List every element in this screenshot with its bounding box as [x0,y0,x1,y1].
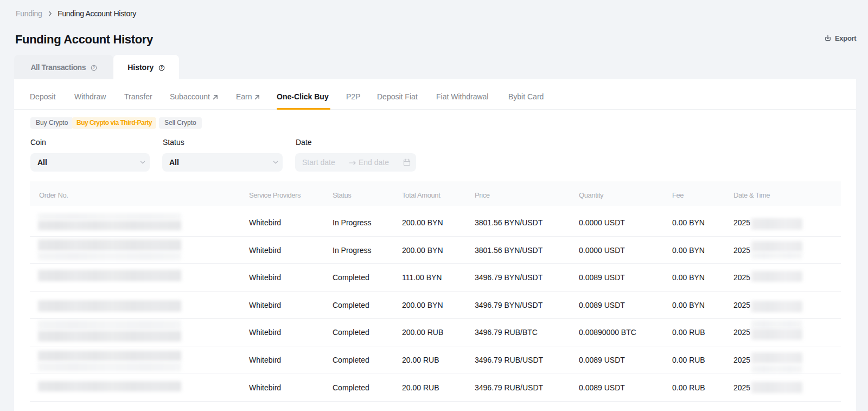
svg-text:?: ? [93,66,95,69]
svg-text:?: ? [161,65,163,70]
